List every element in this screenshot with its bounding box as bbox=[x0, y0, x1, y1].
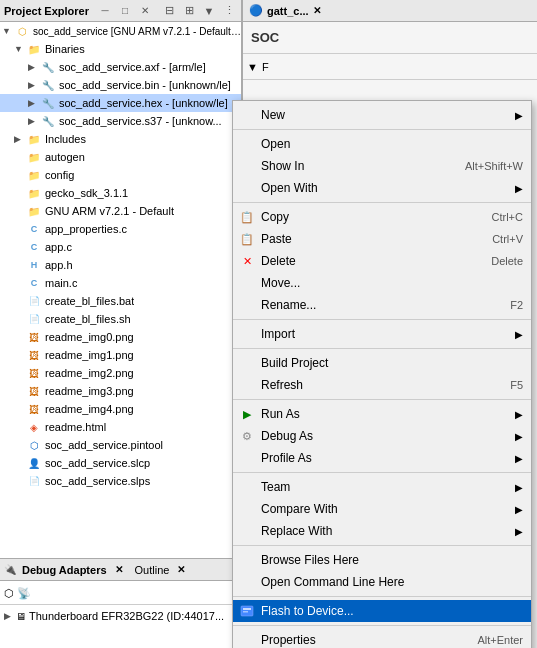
menu-item-properties[interactable]: Properties Alt+Enter bbox=[233, 629, 531, 648]
hex-icon: 🔧 bbox=[40, 95, 56, 111]
debug-toolbar-icon1[interactable]: ⬡ bbox=[4, 587, 14, 600]
submenu-arrow-icon: ▶ bbox=[515, 526, 523, 537]
toolbar-menu[interactable]: ⋮ bbox=[221, 3, 237, 19]
menu-refresh-label: Refresh bbox=[261, 378, 303, 392]
close-icon[interactable]: ✕ bbox=[137, 3, 153, 19]
tree-main-c[interactable]: ▶ C main.c bbox=[0, 274, 241, 292]
maximize-icon[interactable]: □ bbox=[117, 3, 133, 19]
tree-gnu-arm[interactable]: ▶ 📁 GNU ARM v7.2.1 - Default bbox=[0, 202, 241, 220]
menu-item-delete[interactable]: ✕ Delete Delete bbox=[233, 250, 531, 272]
rename-shortcut: F2 bbox=[510, 299, 523, 311]
create-bat-label: create_bl_files.bat bbox=[45, 295, 134, 307]
slcp-icon: 👤 bbox=[26, 455, 42, 471]
soc-label: SOC bbox=[243, 22, 537, 54]
menu-item-debug-as[interactable]: ⚙ Debug As ▶ bbox=[233, 425, 531, 447]
menu-item-run-as[interactable]: ▶ Run As ▶ bbox=[233, 403, 531, 425]
right-panel-header: 🔵 gatt_c... ✕ bbox=[243, 0, 537, 22]
menu-item-replace-with[interactable]: Replace With ▶ bbox=[233, 520, 531, 542]
show-in-shortcut: Alt+Shift+W bbox=[465, 160, 523, 172]
submenu-arrow-icon: ▶ bbox=[515, 183, 523, 194]
submenu-arrow-icon: ▶ bbox=[515, 329, 523, 340]
menu-separator-3 bbox=[233, 319, 531, 320]
png-icon: 🖼 bbox=[26, 401, 42, 417]
tree-bin[interactable]: ▶ 🔧 soc_add_service.bin - [unknown/le] bbox=[0, 76, 241, 94]
tree-create-sh[interactable]: ▶ 📄 create_bl_files.sh bbox=[0, 310, 241, 328]
tree-readme3[interactable]: ▶ 🖼 readme_img3.png bbox=[0, 382, 241, 400]
readme-html-label: readme.html bbox=[45, 421, 106, 433]
menu-item-open-cmd[interactable]: Open Command Line Here bbox=[233, 571, 531, 593]
menu-item-move[interactable]: Move... bbox=[233, 272, 531, 294]
toolbar-filter[interactable]: ▼ bbox=[201, 3, 217, 19]
menu-show-in-label: Show In bbox=[261, 159, 304, 173]
bluetooth-icon: 🔵 bbox=[249, 4, 263, 17]
menu-item-show-in[interactable]: Show In Alt+Shift+W bbox=[233, 155, 531, 177]
copy-icon: 📋 bbox=[239, 209, 255, 225]
toolbar-icon-1[interactable]: ⊟ bbox=[161, 3, 177, 19]
menu-item-refresh[interactable]: Refresh F5 bbox=[233, 374, 531, 396]
pintool-icon: ⬡ bbox=[26, 437, 42, 453]
menu-item-compare-with[interactable]: Compare With ▶ bbox=[233, 498, 531, 520]
menu-run-as-label: Run As bbox=[261, 407, 300, 421]
tree-binaries[interactable]: ▼ 📁 Binaries bbox=[0, 40, 241, 58]
tree-readme2[interactable]: ▶ 🖼 readme_img2.png bbox=[0, 364, 241, 382]
tree-hex[interactable]: ▶ 🔧 soc_add_service.hex - [unknow/le] bbox=[0, 94, 241, 112]
menu-item-new[interactable]: New ▶ bbox=[233, 104, 531, 126]
gnu-arm-label: GNU ARM v7.2.1 - Default bbox=[45, 205, 174, 217]
axf-label: soc_add_service.axf - [arm/le] bbox=[59, 61, 206, 73]
tree-app-c[interactable]: ▶ C app.c bbox=[0, 238, 241, 256]
outline-tab[interactable]: Outline bbox=[135, 564, 170, 576]
tree-slcp[interactable]: ▶ 👤 soc_add_service.slcp bbox=[0, 454, 241, 472]
tree-app-h[interactable]: ▶ H app.h bbox=[0, 256, 241, 274]
menu-item-team[interactable]: Team ▶ bbox=[233, 476, 531, 498]
toolbar-icon-2[interactable]: ⊞ bbox=[181, 3, 197, 19]
menu-item-flash-to-device[interactable]: Flash to Device... bbox=[233, 600, 531, 622]
tree-create-bat[interactable]: ▶ 📄 create_bl_files.bat bbox=[0, 292, 241, 310]
tree-config[interactable]: ▶ 📁 config bbox=[0, 166, 241, 184]
readme3-label: readme_img3.png bbox=[45, 385, 134, 397]
tree-axf[interactable]: ▶ 🔧 soc_add_service.axf - [arm/le] bbox=[0, 58, 241, 76]
submenu-arrow-icon: ▶ bbox=[515, 482, 523, 493]
tree-app-properties[interactable]: ▶ C app_properties.c bbox=[0, 220, 241, 238]
menu-debug-as-label: Debug As bbox=[261, 429, 313, 443]
c-file-icon: C bbox=[26, 275, 42, 291]
right-panel-close[interactable]: ✕ bbox=[313, 5, 321, 16]
tree-slps[interactable]: ▶ 📄 soc_add_service.slps bbox=[0, 472, 241, 490]
tree-pintool[interactable]: ▶ ⬡ soc_add_service.pintool bbox=[0, 436, 241, 454]
png-icon: 🖼 bbox=[26, 347, 42, 363]
tree-s37[interactable]: ▶ 🔧 soc_add_service.s37 - [unknow... bbox=[0, 112, 241, 130]
right-panel-title: gatt_c... bbox=[267, 5, 309, 17]
tree-readme-html[interactable]: ▶ ◈ readme.html bbox=[0, 418, 241, 436]
bat-icon: 📄 bbox=[26, 293, 42, 309]
debug-toolbar-icon2[interactable]: 📡 bbox=[17, 587, 31, 600]
tree-root[interactable]: ▼ ⬡ soc_add_service [GNU ARM v7.2.1 - De… bbox=[0, 22, 241, 40]
minimize-icon[interactable]: ─ bbox=[97, 3, 113, 19]
png-icon: 🖼 bbox=[26, 329, 42, 345]
tree-readme0[interactable]: ▶ 🖼 readme_img0.png bbox=[0, 328, 241, 346]
menu-item-rename[interactable]: Rename... F2 bbox=[233, 294, 531, 316]
menu-item-open-with[interactable]: Open With ▶ bbox=[233, 177, 531, 199]
menu-item-copy[interactable]: 📋 Copy Ctrl+C bbox=[233, 206, 531, 228]
thunderboard-item[interactable]: ▶ 🖥 Thunderboard EFR32BG22 (ID:44017... bbox=[0, 607, 241, 625]
menu-new-label: New bbox=[261, 108, 285, 122]
menu-open-label: Open bbox=[261, 137, 290, 151]
tree-readme4[interactable]: ▶ 🖼 readme_img4.png bbox=[0, 400, 241, 418]
menu-item-build-project[interactable]: Build Project bbox=[233, 352, 531, 374]
debug-adapters-tab-close[interactable]: ✕ bbox=[115, 564, 123, 575]
menu-item-profile-as[interactable]: Profile As ▶ bbox=[233, 447, 531, 469]
arrow-icon: ▶ bbox=[28, 98, 40, 108]
tree-readme1[interactable]: ▶ 🖼 readme_img1.png bbox=[0, 346, 241, 364]
delete-shortcut: Delete bbox=[491, 255, 523, 267]
tree-gecko-sdk[interactable]: ▶ 📁 gecko_sdk_3.1.1 bbox=[0, 184, 241, 202]
tree-includes[interactable]: ▶ 📁 Includes bbox=[0, 130, 241, 148]
menu-rename-label: Rename... bbox=[261, 298, 316, 312]
menu-item-import[interactable]: Import ▶ bbox=[233, 323, 531, 345]
tree-autogen[interactable]: ▶ 📁 autogen bbox=[0, 148, 241, 166]
menu-item-paste[interactable]: 📋 Paste Ctrl+V bbox=[233, 228, 531, 250]
project-explorer-header: Project Explorer ─ □ ✕ ⊟ ⊞ ▼ ⋮ bbox=[0, 0, 241, 22]
menu-item-open[interactable]: Open bbox=[233, 133, 531, 155]
flash-icon bbox=[239, 603, 255, 619]
sh-icon: 📄 bbox=[26, 311, 42, 327]
menu-item-browse-files[interactable]: Browse Files Here bbox=[233, 549, 531, 571]
folder-icon: 📁 bbox=[26, 185, 42, 201]
outline-tab-close[interactable]: ✕ bbox=[177, 564, 185, 575]
